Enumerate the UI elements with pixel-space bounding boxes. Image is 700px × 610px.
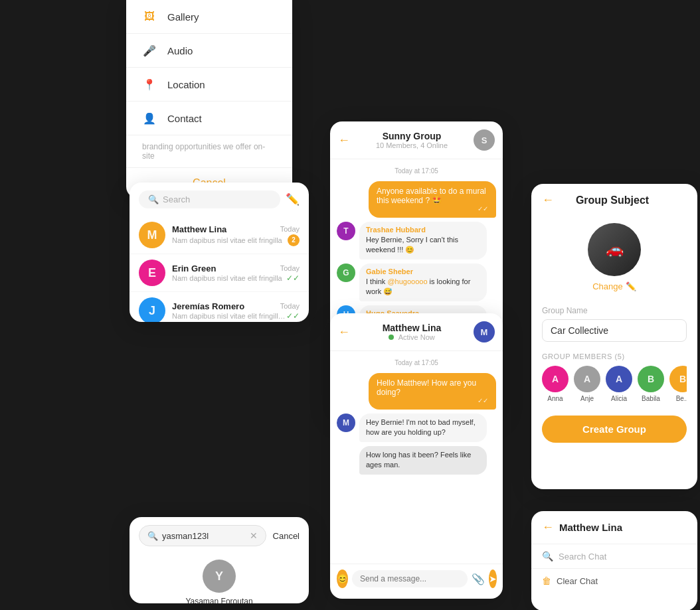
chat-preview-erin: Nam dapibus nisl vitae elit fringilla	[172, 274, 282, 282]
sunny-timestamp: Today at 17:05	[337, 167, 496, 175]
result-avatar: Y	[203, 560, 236, 593]
contact-icon: 👤	[142, 111, 157, 125]
text-gabie: I think @hugooooo is looking for work 😅	[366, 277, 480, 297]
group-members-section: GROUP MEMBERS (5) A Anna A Anje A Alicia	[531, 347, 697, 408]
msg-matthew-in-2: How long has it been? Feels like ages ma…	[359, 446, 487, 475]
profile-title: Matthew Lina	[559, 522, 622, 533]
compose-icon[interactable]: ✏️	[286, 192, 300, 206]
attachment-menu: 🖼 Gallery 🎤 Audio 📍 Location 👤 Contact b…	[126, 0, 292, 198]
sunny-group-avatar: S	[474, 129, 495, 151]
avatar-gabie: G	[337, 264, 355, 282]
member-alicia: A Alicia	[606, 366, 632, 402]
blur-text: branding opportunities we offer on-site	[126, 135, 292, 168]
location-label: Location	[167, 79, 205, 90]
avatar-erin: E	[139, 260, 165, 286]
matthew-dm-name: Matthew Lina	[355, 323, 468, 333]
avatar-matthew-in: M	[337, 414, 355, 432]
search-result: Y Yasaman Foroutan	[130, 554, 309, 603]
chat-name-jeremias: Jeremías Romero	[172, 301, 244, 311]
profile-header: ← Matthew Lina	[531, 511, 697, 544]
chat-info-erin: Erin Green Today Nam dapibus nisl vitae …	[172, 264, 300, 283]
matthew-topbar-info: Matthew Lina Active Now	[355, 323, 468, 341]
avatar-jeremias: J	[139, 297, 165, 322]
chat-item-matthew[interactable]: M Matthew Lina Today Nam dapibus nisl vi…	[130, 216, 309, 254]
back-button-matthew[interactable]: ←	[338, 325, 350, 339]
audio-item[interactable]: 🎤 Audio	[126, 34, 292, 68]
search-icon: 🔍	[148, 194, 159, 204]
location-item[interactable]: 📍 Location	[126, 68, 292, 102]
matthew-message-input[interactable]	[352, 570, 468, 587]
group-subject-header: ← Group Subject	[531, 184, 697, 216]
members-row: A Anna A Anje A Alicia B Babila	[542, 366, 687, 402]
matthew-dm-panel: ← Matthew Lina Active Now M Today at 17:…	[330, 313, 503, 599]
member-babila: B Babila	[638, 366, 664, 402]
member-name-be: Be...	[676, 395, 687, 402]
group-name-input[interactable]	[542, 319, 687, 342]
search-input-wrap[interactable]: 🔍 yasman123l ✕	[139, 525, 266, 546]
search-box[interactable]: 🔍 Search	[139, 191, 280, 208]
gallery-item[interactable]: 🖼 Gallery	[126, 0, 292, 34]
audio-icon: 🎤	[142, 43, 157, 58]
msg-gabie: Gabie Sheber I think @hugooooo is lookin…	[359, 264, 487, 301]
change-label: Change	[592, 281, 623, 291]
chat-time-jeremias: Today	[280, 302, 300, 310]
chat-item-jeremias[interactable]: J Jeremías Romero Today Nam dapibus nisl…	[130, 292, 309, 322]
msg-matthew-in-1-wrap: M Hey Bernie! I'm not to bad myself, how…	[337, 414, 496, 442]
back-button-profile[interactable]: ←	[542, 520, 554, 534]
profile-clear-row[interactable]: 🗑 Clear Chat	[531, 569, 697, 593]
contact-item[interactable]: 👤 Contact	[126, 102, 292, 135]
search-cancel-button[interactable]: Cancel	[273, 531, 300, 541]
chat-preview-matthew: Nam dapibus nisl vitae elit fringilla	[172, 236, 282, 244]
text-matthew-in-2: How long has it been? Feels like ages ma…	[366, 450, 480, 471]
back-button[interactable]: ←	[338, 133, 350, 147]
contact-label: Contact	[167, 113, 202, 124]
chat-info-jeremias: Jeremías Romero Today Nam dapibus nisl v…	[172, 301, 300, 321]
chat-preview-jeremias: Nam dapibus nisl vitae elit fringilla ru…	[172, 312, 286, 320]
matthew-avatar-top: M	[474, 321, 495, 343]
chat-time-matthew: Today	[280, 225, 300, 233]
member-anna: A Anna	[542, 366, 569, 402]
group-name-section: Group Name	[531, 301, 697, 347]
change-photo-button[interactable]: Change ✏️	[592, 281, 636, 291]
msg-text-matthew-out-1: Hello Matthew! How are you doing?	[377, 378, 476, 397]
audio-label: Audio	[167, 45, 193, 56]
chat-check-jeremias: ✓✓	[286, 311, 300, 321]
msg-matthew-in-2-wrap: M How long has it been? Feels like ages …	[337, 446, 496, 475]
avatar-matthew: M	[139, 222, 165, 248]
read-tick-1: ✓✓	[377, 205, 488, 212]
group-subject-title: Group Subject	[559, 194, 665, 206]
clear-icon: 🗑	[542, 575, 551, 586]
group-avatar-section: 🚗 Change ✏️	[531, 216, 697, 301]
msg-gabie-wrap: G Gabie Sheber I think @hugooooo is look…	[337, 264, 496, 301]
sunny-group-name: Sunny Group	[355, 131, 468, 141]
chat-name-matthew: Matthew Lina	[172, 224, 226, 234]
member-anje: A Anje	[574, 366, 600, 402]
matthew-send-button[interactable]: ➤	[489, 570, 497, 588]
matthew-attachment-button[interactable]: 📎	[472, 573, 485, 585]
avatar-be: B	[669, 366, 687, 392]
matthew-topbar: ← Matthew Lina Active Now M	[330, 313, 503, 351]
chat-item-erin[interactable]: E Erin Green Today Nam dapibus nisl vita…	[130, 254, 309, 292]
location-icon: 📍	[142, 77, 157, 92]
msg-trashae-wrap: T Trashae Hubbard Hey Bernie, Sorry I ca…	[337, 222, 496, 260]
matthew-input-bar: 😊 📎 ➤	[330, 564, 503, 593]
back-button-group[interactable]: ←	[542, 193, 554, 207]
sunny-group-sub: 10 Members, 4 Online	[355, 141, 468, 149]
matthew-messages: Today at 17:05 Hello Matthew! How are yo…	[330, 351, 503, 564]
msg-matthew-in-1: Hey Bernie! I'm not to bad myself, how a…	[359, 414, 487, 442]
msg-text-out-1: Anyone available to do a mural this week…	[377, 187, 486, 205]
chat-list-panel: 🔍 Search ✏️ M Matthew Lina Today Nam dap…	[130, 183, 309, 322]
create-group-button[interactable]: Create Group	[542, 416, 687, 443]
sunny-topbar: ← Sunny Group 10 Members, 4 Online S	[330, 121, 503, 159]
msg-trashae: Trashae Hubbard Hey Bernie, Sorry I can'…	[359, 222, 487, 260]
chat-name-erin: Erin Green	[172, 264, 216, 273]
avatar-babila: B	[638, 366, 664, 392]
sunny-topbar-info: Sunny Group 10 Members, 4 Online	[355, 131, 468, 149]
sender-trashae: Trashae Hubbard	[366, 226, 480, 234]
search-bar-row: 🔍 yasman123l ✕ Cancel	[130, 517, 309, 554]
profile-search-row[interactable]: 🔍 Search Chat	[531, 544, 697, 569]
avatar-anje: A	[574, 366, 600, 392]
chat-badge-matthew: 2	[288, 234, 300, 246]
clear-search-icon[interactable]: ✕	[250, 530, 258, 541]
matthew-emoji-button[interactable]: 😊	[337, 570, 348, 588]
